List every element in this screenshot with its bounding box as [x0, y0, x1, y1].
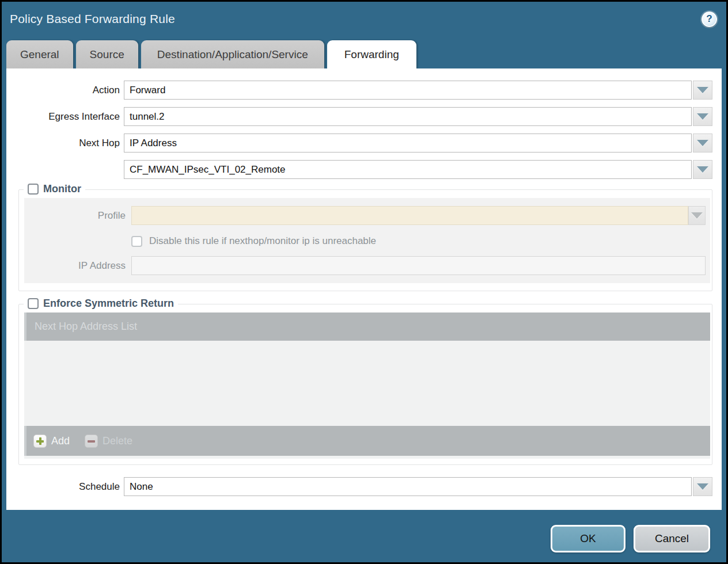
chevron-down-icon [697, 87, 708, 93]
monitor-ip-input [131, 256, 706, 275]
symmetric-return-legend: Enforce Symmetric Return [24, 298, 178, 310]
dialog-titlebar: Policy Based Forwarding Rule ? [2, 2, 726, 36]
chevron-down-icon [697, 140, 708, 146]
next-hop-label: Next Hop [6, 138, 120, 149]
disable-rule-checkbox [131, 236, 142, 247]
profile-dropdown-button [688, 206, 706, 225]
monitor-legend: Monitor [24, 183, 85, 195]
monitor-checkbox[interactable] [28, 184, 39, 195]
symmetric-return-legend-label: Enforce Symmetric Return [43, 298, 174, 310]
dialog-footer: OK Cancel [2, 510, 726, 562]
schedule-label: Schedule [6, 481, 120, 493]
next-hop-address-list-column-header: Next Hop Address List [35, 321, 137, 333]
ok-button[interactable]: OK [551, 525, 625, 552]
tab-general[interactable]: General [6, 40, 73, 68]
egress-interface-select[interactable]: tunnel.2 [124, 107, 692, 126]
action-dropdown-button[interactable] [693, 81, 712, 100]
next-hop-type-select[interactable]: IP Address [124, 134, 692, 153]
monitor-legend-label: Monitor [43, 183, 81, 195]
minus-icon [85, 435, 98, 448]
monitor-panel: Profile Disable this rule if nexthop/mon… [24, 198, 710, 283]
profile-select[interactable] [131, 206, 688, 225]
schedule-dropdown-button[interactable] [693, 477, 712, 496]
egress-interface-label: Egress Interface [6, 111, 120, 123]
chevron-down-icon [697, 113, 708, 120]
action-select[interactable]: Forward [124, 81, 692, 100]
schedule-row: Schedule None [6, 477, 712, 496]
next-hop-dropdown-button[interactable] [693, 134, 712, 153]
monitor-section: Monitor Profile Disable this rule if nex… [18, 189, 712, 291]
pbf-rule-dialog: Policy Based Forwarding Rule ? General S… [2, 2, 726, 562]
enforce-symmetric-return-checkbox[interactable] [28, 298, 39, 309]
egress-interface-row: Egress Interface tunnel.2 [6, 107, 712, 126]
symmetric-return-section: Enforce Symmetric Return Next Hop Addres… [18, 304, 712, 465]
action-label: Action [6, 85, 120, 96]
forwarding-tab-panel: Action Forward Egress Interface tunnel.2… [6, 68, 722, 510]
table-header: Next Hop Address List [24, 313, 710, 341]
tab-forwarding[interactable]: Forwarding [327, 40, 416, 68]
delete-button-label: Delete [103, 435, 132, 447]
tab-bar: General Source Destination/Application/S… [2, 36, 726, 68]
next-hop-address-table: Next Hop Address List Add Delete [24, 313, 710, 459]
profile-label: Profile [24, 210, 126, 222]
disable-rule-label: Disable this rule if nexthop/monitor ip … [149, 235, 376, 247]
help-icon[interactable]: ? [702, 12, 717, 27]
next-hop-row: Next Hop IP Address [6, 134, 712, 153]
chevron-down-icon [691, 212, 703, 219]
tab-source[interactable]: Source [76, 40, 138, 68]
table-body-empty[interactable] [24, 341, 710, 426]
plus-icon [33, 435, 47, 448]
next-hop-address-select[interactable]: CF_MWAN_IPsec_VTI_02_Remote [124, 160, 692, 179]
egress-interface-dropdown-button[interactable] [693, 107, 712, 126]
profile-row: Profile [24, 206, 710, 225]
screen: Policy Based Forwarding Rule ? General S… [0, 0, 728, 564]
chevron-down-icon [697, 483, 708, 490]
next-hop-address-dropdown-button[interactable] [693, 160, 712, 179]
add-button[interactable]: Add [33, 435, 70, 448]
table-toolbar: Add Delete [24, 426, 710, 456]
add-button-label: Add [51, 435, 70, 447]
tab-destination-application-service[interactable]: Destination/Application/Service [141, 40, 324, 68]
disable-rule-row: Disable this rule if nexthop/monitor ip … [131, 235, 710, 247]
cancel-button[interactable]: Cancel [634, 525, 710, 552]
monitor-ip-label: IP Address [24, 260, 126, 272]
delete-button: Delete [85, 435, 132, 448]
chevron-down-icon [697, 166, 708, 173]
monitor-ip-row: IP Address [24, 256, 710, 275]
next-hop-address-row: CF_MWAN_IPsec_VTI_02_Remote [6, 160, 712, 179]
dialog-title: Policy Based Forwarding Rule [10, 12, 702, 26]
action-row: Action Forward [6, 81, 712, 100]
schedule-select[interactable]: None [124, 477, 692, 496]
